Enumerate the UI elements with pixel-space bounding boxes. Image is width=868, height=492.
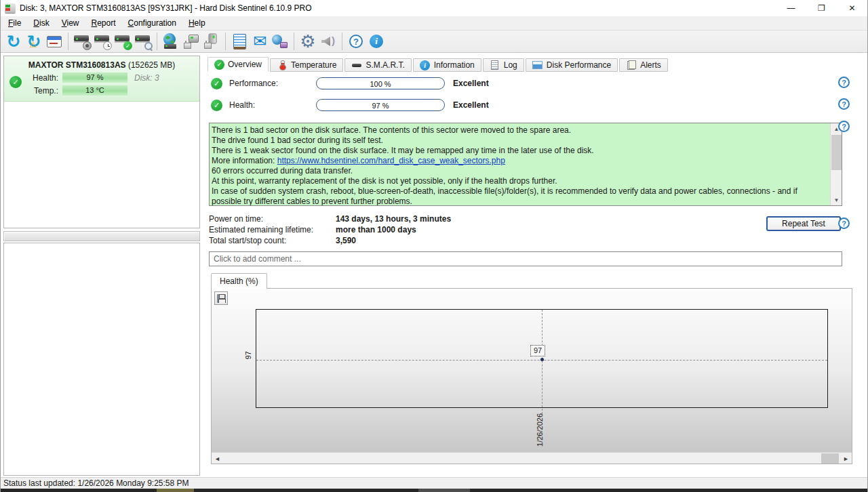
mail-glyph <box>253 33 267 49</box>
sidebar-empty-panel <box>3 243 200 476</box>
tab-label: Temperature <box>291 60 336 70</box>
email-icon[interactable] <box>250 31 270 52</box>
performance-chart-icon <box>532 61 542 69</box>
usb-device-connect-icon[interactable] <box>201 31 222 52</box>
help-icon[interactable] <box>346 31 366 52</box>
scroll-left-icon[interactable]: ◄ <box>212 453 223 464</box>
start-stop-count-row: Total start/stop count: 3,590 <box>209 236 356 245</box>
menu-configuration[interactable]: Configuration <box>122 17 182 29</box>
scroll-right-icon[interactable]: ► <box>840 453 852 464</box>
comment-input[interactable] <box>209 251 842 266</box>
health-chart-tab[interactable]: Health (%) <box>211 273 267 289</box>
title-bar: Disk: 3, MAXTOR STM3160813AS [9SY31JRK] … <box>1 0 867 16</box>
menu-disk[interactable]: Disk <box>27 17 55 29</box>
message-scrollbar[interactable]: ▲ ▼ <box>830 123 842 205</box>
info-glyph <box>370 35 383 48</box>
network-disks-icon[interactable] <box>161 31 181 52</box>
tab-overview[interactable]: Overview <box>208 57 269 72</box>
disk-schedule-icon[interactable] <box>92 31 113 52</box>
sidebar: MAXTOR STM3160813AS (152625 MB) Health: … <box>1 53 202 477</box>
disk-acoustic-glyph <box>74 33 90 49</box>
scroll-thumb[interactable] <box>831 135 842 170</box>
status-bar: Status last updated: 1/26/2026 Monday 9:… <box>1 477 867 489</box>
tab-label: Log <box>504 60 517 70</box>
network-share-icon[interactable] <box>270 31 290 52</box>
disk-list-panel: MAXTOR STM3160813AS (152625 MB) Health: … <box>3 56 200 228</box>
repeat-test-help-icon[interactable] <box>838 218 850 229</box>
app-window: Disk: 3, MAXTOR STM3160813AS [9SY31JRK] … <box>0 0 868 492</box>
toolbar-separator <box>68 33 68 50</box>
refresh-warning-glyph <box>27 33 41 50</box>
more-info-link[interactable]: https://www.hdsentinel.com/hard_disk_cas… <box>277 156 505 165</box>
speaker-glyph <box>320 34 336 49</box>
tab-disk-performance[interactable]: Disk Performance <box>526 58 618 72</box>
information-icon[interactable] <box>366 31 387 52</box>
chart-data-point[interactable] <box>540 358 544 361</box>
chart-dashed-vline <box>542 310 542 414</box>
tab-smart[interactable]: S.M.A.R.T. <box>344 58 411 72</box>
health-row: Health: 97 % Excellent <box>211 99 489 111</box>
tab-label: Information <box>434 60 475 70</box>
tab-log[interactable]: Log <box>483 58 524 72</box>
message-line: More information: https://www.hdsentinel… <box>212 156 827 166</box>
power-on-time-label: Power on time: <box>209 214 336 224</box>
disk-accept-icon[interactable] <box>113 31 133 52</box>
menu-report[interactable]: Report <box>85 17 122 29</box>
message-help-icon[interactable] <box>838 121 850 132</box>
minimize-button[interactable]: — <box>776 0 806 16</box>
remaining-lifetime-label: Estimated remaining lifetime: <box>209 225 336 234</box>
power-on-time-value: 143 days, 13 hours, 3 minutes <box>336 214 451 224</box>
menu-help[interactable]: Help <box>182 17 212 29</box>
sidebar-collapsed-panel[interactable] <box>3 231 200 241</box>
start-stop-count-label: Total start/stop count: <box>209 236 336 245</box>
close-button[interactable]: ✕ <box>837 0 867 16</box>
temp-label: Temp.: <box>27 86 58 96</box>
health-percent: 97 % <box>317 100 444 110</box>
notes-glyph <box>233 34 246 49</box>
taskbar-edge <box>1 489 867 492</box>
restore-button[interactable]: ❐ <box>806 0 837 16</box>
tab-temperature[interactable]: Temperature <box>270 58 343 72</box>
menu-file[interactable]: File <box>2 17 27 29</box>
taskbar-segment <box>157 489 194 492</box>
message-line: There is 1 weak sector found on the disk… <box>212 146 827 156</box>
settings-gear-icon[interactable] <box>298 31 318 52</box>
chart-y-tick: 97 <box>244 351 252 359</box>
health-help-icon[interactable] <box>838 98 850 110</box>
alerts-pages-icon <box>627 60 636 70</box>
repeat-test-button[interactable]: Repeat Test <box>766 216 841 231</box>
disk-list-item[interactable]: MAXTOR STM3160813AS (152625 MB) Health: … <box>4 56 199 102</box>
chart-scrollbar[interactable]: ◄ ► <box>212 452 852 464</box>
disk-analyse-icon[interactable] <box>133 31 153 52</box>
menu-view[interactable]: View <box>56 17 85 29</box>
menu-bar: File Disk View Report Configuration Help <box>1 16 867 30</box>
tab-strip: Overview Temperature S.M.A.R.T. Informat… <box>208 57 669 72</box>
disk-acoustic-icon[interactable] <box>72 31 92 52</box>
performance-help-icon[interactable] <box>838 77 850 88</box>
info-icon <box>420 60 430 70</box>
thermometer-icon <box>279 60 285 70</box>
chart-point-label: 97 <box>530 345 545 356</box>
disk-status-message-block: There is 1 bad sector on the disk surfac… <box>209 123 842 206</box>
health-label: Health: <box>27 73 58 83</box>
performance-label: Performance: <box>229 79 305 88</box>
tab-information[interactable]: Information <box>413 58 481 72</box>
scroll-down-icon[interactable]: ▼ <box>831 194 842 205</box>
refresh-glyph <box>7 33 21 50</box>
message-line: The drive found 1 bad sector during its … <box>212 136 827 146</box>
notes-icon[interactable] <box>229 31 250 52</box>
message-line: 60 errors occurred during data transfer. <box>212 166 827 176</box>
disk-model-title: MAXTOR STM3160813AS (152625 MB) <box>4 60 199 70</box>
chart-scroll-thumb[interactable] <box>821 453 839 464</box>
temp-mini-bar: 13 °C <box>62 85 127 96</box>
save-chart-button[interactable] <box>214 291 228 305</box>
report-icon[interactable] <box>44 31 64 52</box>
disk-model: MAXTOR STM3160813AS <box>28 60 126 70</box>
tab-alerts[interactable]: Alerts <box>619 58 668 72</box>
sounds-icon[interactable] <box>318 31 338 52</box>
usb-device-icon[interactable] <box>181 31 201 52</box>
health-bar: 97 % <box>316 99 445 111</box>
refresh-icon[interactable] <box>3 31 24 52</box>
refresh-warning-icon[interactable] <box>24 31 44 52</box>
usb-device-glyph <box>183 34 199 49</box>
